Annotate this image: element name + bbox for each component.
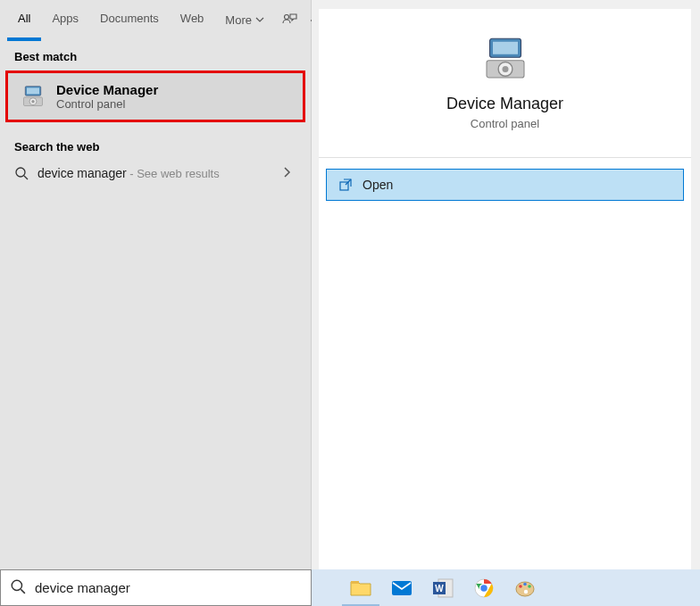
svg-point-0: [284, 15, 288, 20]
device-manager-large-icon: [480, 34, 530, 84]
best-match-text: Device Manager Control panel: [56, 82, 158, 111]
open-icon: [339, 178, 352, 191]
search-filter-tabs: All Apps Documents Web More: [0, 0, 311, 41]
tab-web[interactable]: Web: [170, 0, 215, 41]
svg-point-9: [16, 168, 25, 177]
search-web-heading: Search the web: [0, 131, 311, 159]
svg-rect-20: [392, 581, 412, 595]
taskbar-file-explorer[interactable]: [342, 569, 379, 606]
tab-documents[interactable]: Documents: [89, 0, 170, 41]
svg-point-29: [523, 582, 527, 585]
open-label: Open: [362, 178, 393, 192]
svg-point-17: [12, 580, 21, 590]
web-result-query: device manager: [38, 166, 127, 180]
taskbar-word[interactable]: W: [424, 569, 462, 606]
web-result-text: device manager - See web results: [38, 166, 220, 180]
tab-apps[interactable]: Apps: [41, 0, 89, 41]
svg-rect-5: [27, 87, 39, 94]
best-match-result[interactable]: Device Manager Control panel: [5, 71, 305, 122]
search-box[interactable]: [0, 569, 312, 606]
search-icon: [14, 166, 29, 180]
svg-point-31: [524, 589, 528, 593]
taskbar: W: [312, 569, 700, 606]
detail-title: Device Manager: [319, 95, 691, 113]
chevron-right-icon: [282, 166, 296, 180]
tab-more-label: More: [225, 2, 252, 39]
taskbar-mail[interactable]: [383, 569, 421, 606]
search-input[interactable]: [35, 580, 302, 595]
separator: [319, 157, 691, 158]
svg-point-30: [528, 585, 531, 588]
svg-rect-12: [493, 42, 518, 54]
chevron-down-icon: [255, 2, 264, 39]
best-match-heading: Best match: [0, 41, 311, 69]
svg-line-18: [21, 589, 25, 594]
web-search-result[interactable]: device manager - See web results: [0, 159, 311, 187]
svg-point-28: [519, 585, 522, 588]
search-icon: [10, 578, 26, 598]
svg-point-26: [480, 584, 488, 592]
best-match-subtitle: Control panel: [56, 97, 158, 111]
feedback-icon[interactable]: [280, 12, 298, 29]
svg-text:W: W: [435, 584, 444, 594]
svg-point-8: [31, 100, 35, 104]
tab-more[interactable]: More: [214, 0, 275, 41]
svg-line-10: [24, 176, 28, 179]
web-result-hint: - See web results: [127, 167, 220, 180]
detail-panel: Device Manager Control panel Open: [312, 0, 700, 569]
open-action[interactable]: Open: [326, 169, 684, 201]
device-manager-icon: [21, 84, 46, 109]
taskbar-chrome[interactable]: [465, 569, 503, 606]
svg-rect-19: [351, 581, 359, 584]
svg-point-15: [502, 66, 508, 72]
taskbar-paint[interactable]: [506, 569, 544, 606]
best-match-title: Device Manager: [56, 82, 158, 97]
search-results-panel: All Apps Documents Web More Best match: [0, 0, 312, 569]
detail-subtitle: Control panel: [319, 117, 691, 130]
tab-all[interactable]: All: [7, 0, 41, 41]
